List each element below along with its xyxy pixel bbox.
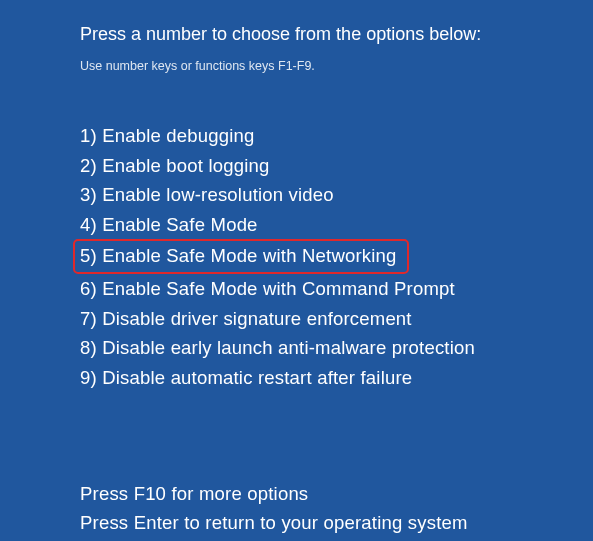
option-label: 4) Enable Safe Mode [80,210,258,240]
option-label-highlighted: 5) Enable Safe Mode with Networking [73,239,409,274]
list-item[interactable]: 2) Enable boot logging [80,151,593,181]
list-item[interactable]: 7) Disable driver signature enforcement [80,304,593,334]
list-item[interactable]: 4) Enable Safe Mode [80,210,593,240]
option-label: 7) Disable driver signature enforcement [80,304,412,334]
footer-line-1: Press F10 for more options [80,480,593,509]
option-label: 1) Enable debugging [80,121,255,151]
page-subtitle: Use number keys or functions keys F1-F9. [80,59,593,73]
list-item[interactable]: 9) Disable automatic restart after failu… [80,363,593,393]
list-item[interactable]: 5) Enable Safe Mode with Networking [80,239,593,274]
option-label: 6) Enable Safe Mode with Command Prompt [80,274,455,304]
list-item[interactable]: 1) Enable debugging [80,121,593,151]
footer-line-2: Press Enter to return to your operating … [80,509,593,538]
page-title: Press a number to choose from the option… [80,24,593,45]
option-label: 8) Disable early launch anti-malware pro… [80,333,475,363]
option-label: 3) Enable low-resolution video [80,180,334,210]
list-item[interactable]: 3) Enable low-resolution video [80,180,593,210]
list-item[interactable]: 8) Disable early launch anti-malware pro… [80,333,593,363]
list-item[interactable]: 6) Enable Safe Mode with Command Prompt [80,274,593,304]
option-label: 9) Disable automatic restart after failu… [80,363,412,393]
options-list: 1) Enable debugging 2) Enable boot loggi… [80,121,593,392]
option-label: 2) Enable boot logging [80,151,270,181]
footer-text: Press F10 for more options Press Enter t… [80,480,593,537]
